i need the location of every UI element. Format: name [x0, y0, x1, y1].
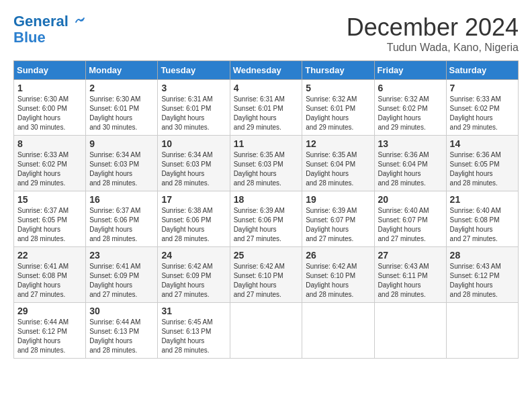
logo-subtext: Blue — [13, 30, 86, 46]
calendar-cell: 29 Sunrise: 6:44 AM Sunset: 6:12 PM Dayl… — [14, 303, 86, 359]
day-number: 6 — [378, 83, 443, 93]
day-of-week-header: Wednesday — [230, 61, 302, 80]
logo-text: General — [13, 13, 86, 30]
calendar-cell: 8 Sunrise: 6:33 AM Sunset: 6:02 PM Dayli… — [14, 136, 86, 191]
day-info: Sunrise: 6:45 AM Sunset: 6:13 PM Dayligh… — [161, 318, 226, 355]
day-number: 13 — [378, 138, 443, 149]
day-of-week-header: Tuesday — [158, 61, 230, 80]
day-info: Sunrise: 6:38 AM Sunset: 6:06 PM Dayligh… — [161, 206, 226, 244]
day-info: Sunrise: 6:32 AM Sunset: 6:01 PM Dayligh… — [306, 95, 370, 132]
month-title: December 2024 — [347, 13, 519, 42]
calendar-cell — [374, 303, 446, 359]
day-number: 12 — [306, 138, 370, 149]
calendar-cell: 5 Sunrise: 6:32 AM Sunset: 6:01 PM Dayli… — [302, 80, 374, 136]
day-info: Sunrise: 6:36 AM Sunset: 6:04 PM Dayligh… — [378, 150, 443, 188]
day-info: Sunrise: 6:35 AM Sunset: 6:04 PM Dayligh… — [306, 150, 370, 188]
day-number: 4 — [234, 83, 299, 93]
calendar-cell: 31 Sunrise: 6:45 AM Sunset: 6:13 PM Dayl… — [158, 303, 230, 359]
calendar-cell — [230, 303, 302, 359]
day-info: Sunrise: 6:31 AM Sunset: 6:01 PM Dayligh… — [161, 95, 226, 132]
day-info: Sunrise: 6:37 AM Sunset: 6:06 PM Dayligh… — [89, 206, 154, 244]
calendar-cell: 30 Sunrise: 6:44 AM Sunset: 6:13 PM Dayl… — [86, 303, 158, 359]
location-title: Tudun Wada, Kano, Nigeria — [347, 42, 519, 54]
logo: General Blue — [13, 13, 86, 46]
calendar-cell: 6 Sunrise: 6:32 AM Sunset: 6:02 PM Dayli… — [374, 80, 446, 136]
calendar-table: SundayMondayTuesdayWednesdayThursdayFrid… — [13, 60, 519, 359]
day-of-week-header: Sunday — [14, 61, 86, 80]
day-info: Sunrise: 6:42 AM Sunset: 6:10 PM Dayligh… — [234, 262, 299, 300]
day-of-week-header: Friday — [374, 61, 446, 80]
calendar-cell: 10 Sunrise: 6:34 AM Sunset: 6:03 PM Dayl… — [158, 136, 230, 191]
calendar-cell: 13 Sunrise: 6:36 AM Sunset: 6:04 PM Dayl… — [374, 136, 446, 191]
calendar-cell: 2 Sunrise: 6:30 AM Sunset: 6:01 PM Dayli… — [86, 80, 158, 136]
day-number: 5 — [306, 83, 370, 93]
day-info: Sunrise: 6:40 AM Sunset: 6:08 PM Dayligh… — [450, 206, 515, 244]
day-number: 18 — [234, 194, 299, 205]
day-info: Sunrise: 6:42 AM Sunset: 6:09 PM Dayligh… — [161, 262, 226, 300]
day-number: 22 — [17, 250, 82, 261]
day-info: Sunrise: 6:42 AM Sunset: 6:10 PM Dayligh… — [306, 262, 370, 300]
calendar-cell: 12 Sunrise: 6:35 AM Sunset: 6:04 PM Dayl… — [302, 136, 374, 191]
calendar-cell — [446, 303, 518, 359]
calendar-cell: 21 Sunrise: 6:40 AM Sunset: 6:08 PM Dayl… — [446, 191, 518, 247]
day-number: 25 — [234, 250, 299, 261]
day-number: 17 — [161, 194, 226, 205]
calendar-week-row: 22 Sunrise: 6:41 AM Sunset: 6:08 PM Dayl… — [14, 247, 519, 303]
calendar-cell: 26 Sunrise: 6:42 AM Sunset: 6:10 PM Dayl… — [302, 247, 374, 303]
day-info: Sunrise: 6:32 AM Sunset: 6:02 PM Dayligh… — [378, 95, 443, 132]
day-of-week-header: Monday — [86, 61, 158, 80]
calendar-cell: 4 Sunrise: 6:31 AM Sunset: 6:01 PM Dayli… — [230, 80, 302, 136]
day-number: 8 — [17, 138, 82, 149]
day-info: Sunrise: 6:33 AM Sunset: 6:02 PM Dayligh… — [17, 150, 82, 188]
day-number: 10 — [161, 138, 226, 149]
day-number: 20 — [378, 194, 443, 205]
day-info: Sunrise: 6:43 AM Sunset: 6:11 PM Dayligh… — [378, 262, 443, 300]
calendar-cell: 24 Sunrise: 6:42 AM Sunset: 6:09 PM Dayl… — [158, 247, 230, 303]
calendar-week-row: 1 Sunrise: 6:30 AM Sunset: 6:00 PM Dayli… — [14, 80, 519, 136]
day-info: Sunrise: 6:41 AM Sunset: 6:08 PM Dayligh… — [17, 262, 82, 300]
day-info: Sunrise: 6:44 AM Sunset: 6:13 PM Dayligh… — [89, 318, 154, 355]
day-of-week-header: Saturday — [446, 61, 518, 80]
day-number: 3 — [161, 83, 226, 93]
day-number: 30 — [89, 306, 154, 316]
calendar-cell: 20 Sunrise: 6:40 AM Sunset: 6:07 PM Dayl… — [374, 191, 446, 247]
calendar-cell: 14 Sunrise: 6:36 AM Sunset: 6:05 PM Dayl… — [446, 136, 518, 191]
calendar-cell: 25 Sunrise: 6:42 AM Sunset: 6:10 PM Dayl… — [230, 247, 302, 303]
calendar-cell: 23 Sunrise: 6:41 AM Sunset: 6:09 PM Dayl… — [86, 247, 158, 303]
day-info: Sunrise: 6:39 AM Sunset: 6:06 PM Dayligh… — [234, 206, 299, 244]
calendar-cell: 16 Sunrise: 6:37 AM Sunset: 6:06 PM Dayl… — [86, 191, 158, 247]
day-number: 26 — [306, 250, 370, 261]
calendar-cell: 9 Sunrise: 6:34 AM Sunset: 6:03 PM Dayli… — [86, 136, 158, 191]
day-number: 1 — [17, 83, 82, 93]
day-number: 11 — [234, 138, 299, 149]
calendar-cell: 3 Sunrise: 6:31 AM Sunset: 6:01 PM Dayli… — [158, 80, 230, 136]
day-number: 23 — [89, 250, 154, 261]
day-of-week-header: Thursday — [302, 61, 374, 80]
page-header: General Blue December 2024 Tudun Wada, K… — [13, 13, 519, 54]
day-info: Sunrise: 6:31 AM Sunset: 6:01 PM Dayligh… — [234, 95, 299, 132]
calendar-week-row: 8 Sunrise: 6:33 AM Sunset: 6:02 PM Dayli… — [14, 136, 519, 191]
day-info: Sunrise: 6:34 AM Sunset: 6:03 PM Dayligh… — [161, 150, 226, 188]
day-number: 16 — [89, 194, 154, 205]
calendar-header-row: SundayMondayTuesdayWednesdayThursdayFrid… — [14, 61, 519, 80]
calendar-cell: 15 Sunrise: 6:37 AM Sunset: 6:05 PM Dayl… — [14, 191, 86, 247]
day-info: Sunrise: 6:34 AM Sunset: 6:03 PM Dayligh… — [89, 150, 154, 188]
calendar-week-row: 15 Sunrise: 6:37 AM Sunset: 6:05 PM Dayl… — [14, 191, 519, 247]
calendar-cell: 22 Sunrise: 6:41 AM Sunset: 6:08 PM Dayl… — [14, 247, 86, 303]
day-info: Sunrise: 6:35 AM Sunset: 6:03 PM Dayligh… — [234, 150, 299, 188]
calendar-cell: 28 Sunrise: 6:43 AM Sunset: 6:12 PM Dayl… — [446, 247, 518, 303]
day-number: 2 — [89, 83, 154, 93]
day-info: Sunrise: 6:37 AM Sunset: 6:05 PM Dayligh… — [17, 206, 82, 244]
calendar-cell: 11 Sunrise: 6:35 AM Sunset: 6:03 PM Dayl… — [230, 136, 302, 191]
calendar-cell: 19 Sunrise: 6:39 AM Sunset: 6:07 PM Dayl… — [302, 191, 374, 247]
day-number: 24 — [161, 250, 226, 261]
day-number: 7 — [450, 83, 515, 93]
day-info: Sunrise: 6:30 AM Sunset: 6:01 PM Dayligh… — [89, 95, 154, 132]
day-number: 21 — [450, 194, 515, 205]
calendar-cell: 7 Sunrise: 6:33 AM Sunset: 6:02 PM Dayli… — [446, 80, 518, 136]
calendar-cell: 27 Sunrise: 6:43 AM Sunset: 6:11 PM Dayl… — [374, 247, 446, 303]
day-info: Sunrise: 6:40 AM Sunset: 6:07 PM Dayligh… — [378, 206, 443, 244]
day-number: 19 — [306, 194, 370, 205]
day-info: Sunrise: 6:43 AM Sunset: 6:12 PM Dayligh… — [450, 262, 515, 300]
day-info: Sunrise: 6:39 AM Sunset: 6:07 PM Dayligh… — [306, 206, 370, 244]
